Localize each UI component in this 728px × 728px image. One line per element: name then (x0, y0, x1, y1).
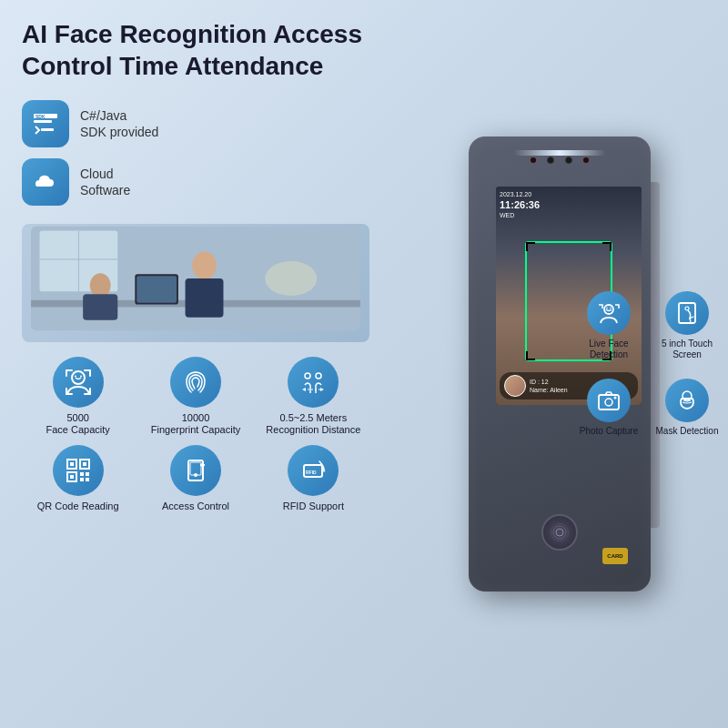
svg-point-15 (265, 261, 317, 296)
svg-rect-20 (66, 369, 67, 377)
svg-point-51 (606, 308, 608, 309)
svg-point-54 (685, 307, 689, 310)
svg-rect-40 (80, 478, 84, 481)
photo-capture-label: Photo Capture (580, 426, 639, 437)
rfid-tag-label: CARD (607, 553, 622, 559)
svg-point-11 (192, 251, 217, 278)
device-cameras (531, 157, 589, 164)
rfid-label: RFID Support (283, 500, 344, 512)
svg-point-18 (80, 376, 82, 378)
user-name: Name: Aileen (530, 386, 568, 394)
feature-photo-capture: Photo Capture (577, 379, 641, 437)
feature-live-face: Live Face Detection (577, 291, 641, 360)
screen-day: WED (500, 211, 540, 219)
svg-rect-10 (83, 294, 117, 320)
sdk-label: C#/Java (80, 107, 158, 124)
qr-code-icon (65, 457, 92, 484)
mini-feature-row-2: Photo Capture Mask Detection (577, 379, 719, 437)
svg-point-47 (556, 529, 563, 536)
user-avatar (504, 375, 526, 397)
access-control-icon (182, 457, 209, 484)
feature-badges: SDK C#/Java SDK provided Cloud Softwar (22, 100, 369, 206)
feature-mask-detection: Mask Detection (655, 379, 719, 437)
svg-rect-37 (70, 475, 74, 479)
sdk-text: C#/Java SDK provided (80, 107, 158, 140)
svg-point-16 (72, 371, 85, 384)
svg-marker-30 (302, 388, 306, 391)
left-panel: AI Face Recognition Access Control Time … (0, 0, 391, 728)
touch-screen-label: 5 inch Touch Screen (655, 339, 719, 360)
qr-code-label: QR Code Reading (37, 500, 119, 512)
page-title: AI Face Recognition Access Control Time … (22, 18, 369, 82)
svg-point-9 (90, 273, 111, 298)
feature-touch-screen: 5 inch Touch Screen (655, 291, 719, 360)
svg-rect-43 (190, 462, 201, 475)
svg-rect-1 (34, 120, 52, 123)
screen-time: 2023.12.20 11:26:36 WED (500, 190, 540, 219)
svg-point-48 (553, 526, 566, 539)
cloud-sublabel: Software (80, 182, 130, 198)
feature-fingerprint: 10000Fingerprint Capacity (139, 357, 251, 436)
office-image (22, 224, 369, 342)
screen-date: 2023.12.20 (500, 190, 540, 198)
access-control-circle (170, 445, 221, 496)
svg-rect-14 (136, 276, 177, 303)
ir-sensor-2 (583, 157, 589, 163)
rfid-tag: CARD (602, 548, 628, 564)
fingerprint-sensor (541, 514, 578, 551)
mask-detection-label: Mask Detection (656, 426, 719, 437)
cloud-badge: Cloud Software (22, 158, 369, 206)
corner-tr (602, 242, 612, 251)
right-panel: 2023.12.20 11:26:36 WED (391, 0, 728, 728)
live-face-label: Live Face Detection (577, 339, 641, 360)
user-id-text: ID : 12 Name: Aileen (530, 378, 568, 394)
mini-feature-row-1: Live Face Detection 5 inch Touch Screen (577, 291, 719, 360)
svg-rect-53 (679, 303, 695, 323)
svg-rect-41 (86, 478, 89, 481)
feature-access-control: Access Control (139, 445, 251, 512)
svg-point-27 (305, 373, 310, 379)
cloud-text: Cloud Software (80, 166, 130, 198)
svg-rect-35 (83, 462, 86, 466)
svg-point-17 (75, 376, 76, 378)
mask-detection-circle (665, 379, 709, 422)
cloud-icon-container (22, 158, 69, 206)
svg-point-56 (605, 399, 612, 406)
svg-point-28 (316, 373, 321, 379)
qr-code-circle (53, 445, 104, 496)
distance-label: 0.5~2.5 MetersRecognition Distance (266, 412, 360, 436)
device-top-light (514, 150, 605, 156)
mask-detection-icon (675, 389, 699, 412)
svg-marker-31 (320, 388, 324, 391)
office-silhouette-svg (31, 224, 360, 333)
feature-grid: 5000Face Capacity 10000Fingerprint Capac… (22, 357, 369, 513)
svg-rect-22 (89, 369, 91, 377)
svg-rect-38 (80, 472, 84, 476)
feature-rfid: RFID RFID Support (258, 445, 369, 512)
feature-qr-code: QR Code Reading (22, 445, 134, 512)
face-capacity-icon (65, 369, 92, 396)
fingerprint-icon (182, 369, 209, 396)
access-control-label: Access Control (162, 500, 229, 512)
svg-rect-2 (41, 128, 54, 131)
screen-clock: 11:26:36 (500, 198, 540, 211)
fingerprint-circle (170, 357, 221, 408)
svg-point-50 (604, 305, 613, 314)
rfid-circle: RFID (288, 445, 339, 496)
corner-tl (526, 242, 535, 251)
fingerprint-sensor-icon (550, 522, 570, 542)
svg-point-57 (614, 397, 617, 399)
user-id: ID : 12 (530, 378, 568, 386)
svg-rect-12 (186, 278, 224, 318)
svg-point-44 (194, 473, 197, 477)
face-capacity-label: 5000Face Capacity (46, 412, 110, 436)
fingerprint-label: 10000Fingerprint Capacity (151, 412, 240, 436)
svg-point-52 (610, 308, 612, 309)
rfid-icon: RFID (299, 457, 327, 484)
photo-capture-icon (597, 389, 621, 412)
distance-icon (299, 369, 327, 396)
svg-rect-26 (84, 393, 91, 395)
svg-rect-33 (70, 462, 74, 466)
mini-features: Live Face Detection 5 inch Touch Screen (577, 291, 719, 437)
distance-circle (288, 357, 339, 408)
